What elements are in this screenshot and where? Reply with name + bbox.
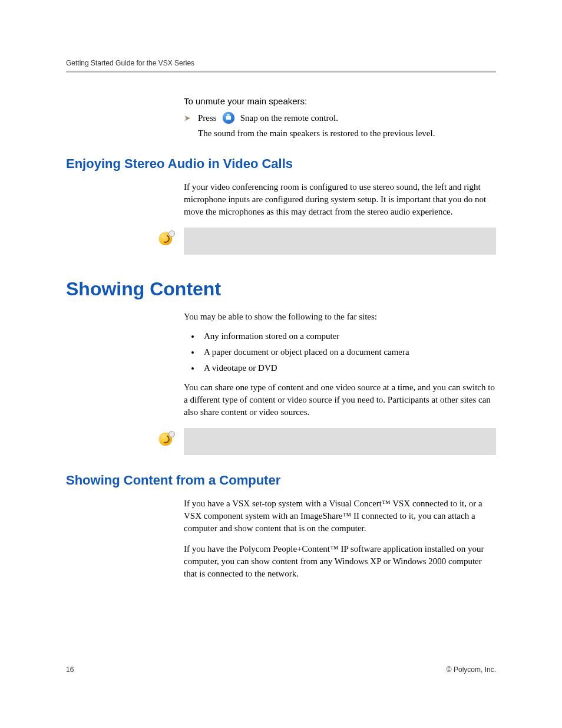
snap-label: Snap on the remote control. (240, 113, 338, 123)
showing-bullets: Any information stored on a computer A p… (184, 331, 496, 373)
stereo-body: If your video conferencing room is confi… (184, 181, 496, 218)
from-computer-p1: If you have a VSX set-top system with a … (184, 498, 496, 535)
press-label: Press (198, 113, 217, 123)
unmute-result: The sound from the main speakers is rest… (198, 129, 496, 139)
page-number: 16 (66, 666, 74, 674)
unmute-intro: To unmute your main speakers: (184, 96, 496, 106)
running-header: Getting Started Guide for the VSX Series (66, 59, 496, 73)
arrow-bullet-icon: ➤ (184, 113, 192, 123)
list-item: A videotape or DVD (200, 363, 496, 373)
showing-content-heading: Showing Content (66, 278, 496, 300)
copyright: © Polycom, Inc. (447, 666, 496, 674)
note-box (184, 428, 496, 455)
snap-button-icon (223, 112, 234, 124)
unmute-step: ➤ Press Snap on the remote control. (184, 112, 496, 124)
note-row-2 (66, 428, 496, 455)
list-item: A paper document or object placed on a d… (200, 347, 496, 357)
stereo-heading: Enjoying Stereo Audio in Video Calls (66, 156, 496, 172)
showing-intro: You may be able to show the following to… (184, 311, 496, 323)
from-computer-heading: Showing Content from a Computer (66, 473, 496, 488)
note-icon (159, 232, 173, 246)
note-icon (159, 433, 173, 447)
note-row-1 (66, 228, 496, 255)
note-box (184, 228, 496, 255)
from-computer-p2: If you have the Polycom People+Content™ … (184, 543, 496, 580)
list-item: Any information stored on a computer (200, 331, 496, 341)
showing-after: You can share one type of content and on… (184, 381, 496, 419)
